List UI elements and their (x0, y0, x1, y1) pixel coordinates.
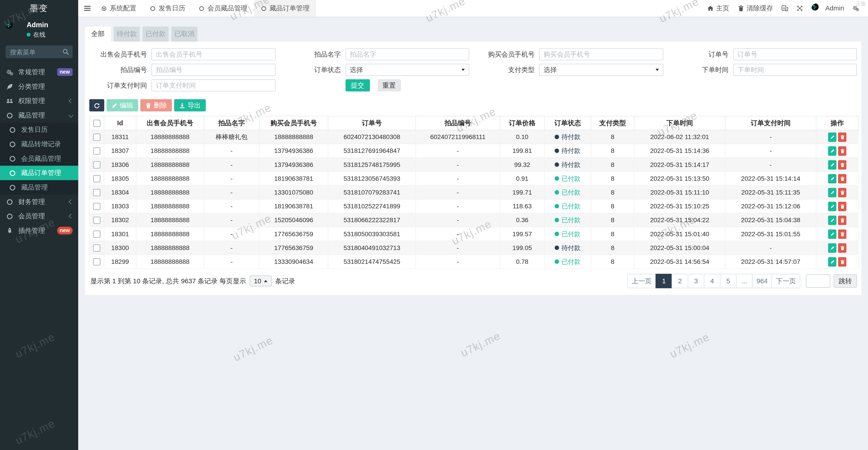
filter-input[interactable] (733, 64, 857, 76)
row-delete-button[interactable] (838, 132, 846, 142)
filter-select[interactable]: 选择 (345, 64, 469, 76)
filter-select[interactable]: 选择 (539, 64, 663, 76)
column-header[interactable]: 购买会员手机号 (259, 116, 328, 130)
page-button[interactable]: 5 (720, 274, 736, 288)
checkbox[interactable] (93, 203, 100, 210)
sidebar-item[interactable]: 插件管理new (0, 223, 78, 238)
sidebar-subitem[interactable]: 藏品管理 (0, 180, 78, 195)
search-icon[interactable] (62, 48, 69, 56)
fullscreen-icon[interactable] (796, 5, 803, 11)
cell-id: 18304 (104, 186, 136, 199)
checkbox[interactable] (93, 217, 100, 224)
page-button[interactable]: 2 (672, 274, 688, 288)
page-button[interactable]: ... (736, 274, 752, 288)
checkbox[interactable] (93, 147, 100, 155)
edit-button[interactable]: 编辑 (106, 99, 138, 111)
column-header[interactable]: 订单状态 (545, 116, 591, 130)
filter-input[interactable] (539, 48, 663, 61)
row-edit-button[interactable] (828, 229, 837, 239)
filter-input[interactable] (151, 64, 275, 76)
filter-input[interactable] (345, 48, 469, 61)
sidebar-item[interactable]: 常规管理new (0, 65, 78, 79)
checkbox[interactable] (93, 175, 100, 182)
refresh-button[interactable] (89, 99, 104, 111)
row-edit-button[interactable] (828, 188, 837, 197)
cell-order_time: 2022-05-31 15:14:36 (634, 144, 725, 158)
page-button[interactable]: 下一页 (771, 274, 800, 288)
row-edit-button[interactable] (828, 174, 837, 183)
filter-tab[interactable]: 全部 (85, 27, 111, 41)
row-edit-button[interactable] (828, 215, 837, 225)
jump-page-input[interactable] (806, 274, 830, 288)
column-header[interactable]: 订单支付时间 (725, 116, 816, 130)
reset-button[interactable]: 重置 (377, 79, 401, 92)
hamburger-icon[interactable] (84, 5, 91, 11)
column-header[interactable]: 订单价格 (500, 116, 545, 130)
column-header[interactable]: 出售会员手机号 (136, 116, 204, 130)
export-button[interactable]: 导出 (174, 99, 206, 111)
column-header[interactable]: 支付类型 (591, 116, 634, 130)
nav-tab[interactable]: 发售日历 (143, 0, 192, 17)
jump-button[interactable]: 跳转 (834, 274, 857, 288)
filter-tab[interactable]: 待付款 (114, 27, 140, 41)
submit-button[interactable]: 提交 (345, 79, 370, 92)
nav-tab[interactable]: 会员藏品管理 (192, 0, 254, 17)
sidebar-subitem[interactable]: 发售日历 (0, 123, 78, 137)
page-button[interactable]: 3 (688, 274, 704, 288)
row-edit-button[interactable] (828, 243, 837, 253)
page-button[interactable]: 1 (656, 274, 672, 288)
nav-clear-cache[interactable]: 清除缓存 (738, 4, 773, 13)
checkbox[interactable] (93, 120, 100, 127)
row-delete-button[interactable] (838, 243, 846, 253)
translate-icon[interactable]: A (781, 5, 788, 11)
checkbox[interactable] (93, 244, 100, 252)
nav-home[interactable]: 主页 (707, 4, 729, 13)
sidebar-item[interactable]: 权限管理 (0, 94, 78, 108)
sidebar-item[interactable]: 财务管理 (0, 195, 78, 209)
row-delete-button[interactable] (838, 188, 846, 197)
sidebar-subitem[interactable]: 藏品转增记录 (0, 137, 78, 151)
page-button[interactable]: 4 (704, 274, 720, 288)
filter-tab[interactable]: 已付款 (143, 27, 168, 41)
filter-input[interactable] (151, 48, 275, 61)
row-delete-button[interactable] (838, 146, 846, 156)
checkbox[interactable] (93, 189, 100, 196)
row-delete-button[interactable] (838, 160, 846, 169)
row-delete-button[interactable] (838, 201, 846, 211)
nav-user[interactable]: Admin (811, 3, 844, 13)
nav-tab[interactable]: 系统配置 (94, 0, 143, 17)
row-edit-button[interactable] (828, 146, 837, 156)
sidebar-item[interactable]: 分类管理 (0, 79, 78, 94)
checkbox[interactable] (93, 161, 100, 168)
sidebar-subitem[interactable]: 藏品订单管理 (0, 166, 78, 180)
page-size-select[interactable]: 10 (250, 276, 272, 287)
checkbox[interactable] (93, 230, 100, 237)
filter-input[interactable] (151, 79, 275, 92)
row-edit-button[interactable] (828, 201, 837, 211)
filter-tab[interactable]: 已取消 (171, 27, 197, 41)
sidebar-item[interactable]: 藏品管理 (0, 108, 78, 123)
column-header[interactable]: 下单时间 (634, 116, 725, 130)
row-delete-button[interactable] (838, 215, 846, 225)
column-header[interactable]: 拍品编号 (416, 116, 500, 130)
row-delete-button[interactable] (838, 257, 846, 266)
row-edit-button[interactable] (828, 257, 837, 266)
row-edit-button[interactable] (828, 160, 837, 169)
column-header[interactable]: Id (104, 116, 136, 130)
nav-tab[interactable]: 藏品订单管理 (254, 0, 316, 17)
sidebar-item[interactable]: 会员管理 (0, 209, 78, 224)
row-delete-button[interactable] (838, 229, 846, 239)
row-delete-button[interactable] (838, 174, 846, 183)
row-edit-button[interactable] (828, 132, 837, 142)
column-header[interactable]: 拍品名字 (204, 116, 259, 130)
sidebar-subitem[interactable]: 会员藏品管理 (0, 151, 78, 166)
app-logo[interactable]: 墨变 (0, 0, 78, 17)
column-header[interactable]: 订单号 (328, 116, 416, 130)
checkbox[interactable] (93, 133, 100, 141)
column-header[interactable]: 操作 (816, 116, 858, 130)
page-button[interactable]: 964 (752, 274, 772, 288)
filter-input[interactable] (733, 48, 857, 61)
page-button[interactable]: 上一页 (627, 274, 656, 288)
checkbox[interactable] (93, 258, 100, 265)
delete-button[interactable]: 删除 (140, 99, 172, 111)
